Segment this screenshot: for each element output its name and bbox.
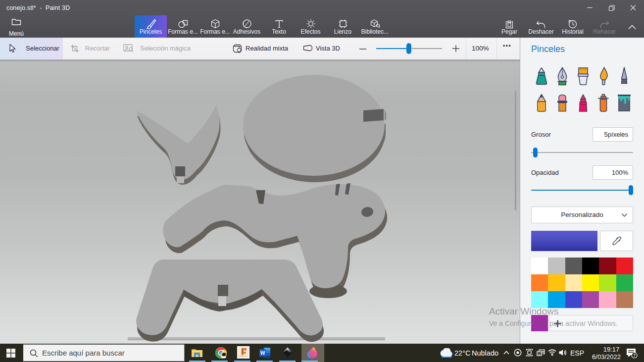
svg-text:7: 7 [633,353,636,358]
